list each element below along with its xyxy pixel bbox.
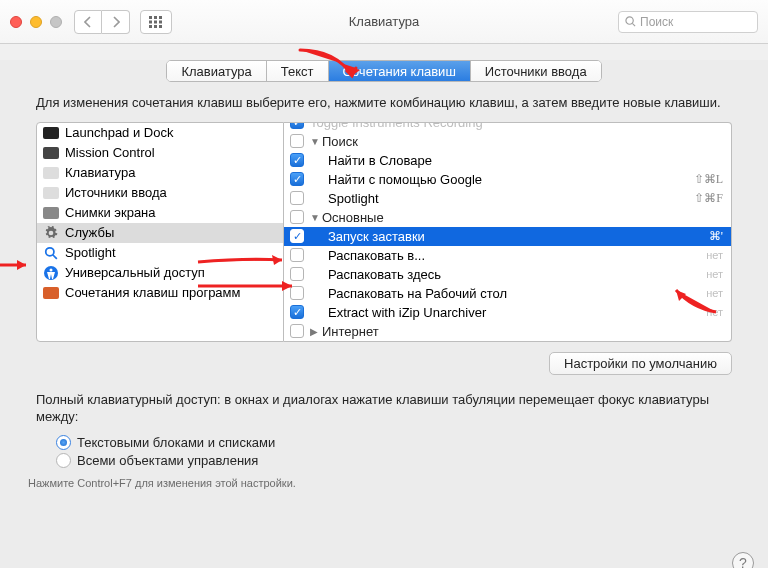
service-label: Найти с помощью Google	[310, 172, 482, 187]
show-all-prefs-button[interactable]	[140, 10, 172, 34]
category-gear[interactable]: Службы	[37, 223, 283, 243]
service-checkbox[interactable]	[290, 122, 304, 130]
category-label: Сочетания клавиш программ	[65, 285, 240, 300]
category-input[interactable]: Источники ввода	[37, 183, 283, 203]
service-checkbox[interactable]	[290, 267, 304, 281]
zoom-window-button	[50, 16, 62, 28]
service-checkbox[interactable]	[290, 172, 304, 186]
spotlight-icon	[43, 245, 59, 261]
category-app[interactable]: Сочетания клавиш программ	[37, 283, 283, 303]
service-checkbox[interactable]	[290, 324, 304, 338]
service-label: Extract with iZip Unarchiver	[310, 305, 486, 320]
service-label: Основные	[322, 210, 384, 225]
keyboard-icon	[43, 165, 59, 181]
service-label: Найти в Словаре	[310, 153, 432, 168]
tab-1[interactable]: Текст	[267, 61, 329, 81]
category-label: Снимки экрана	[65, 205, 156, 220]
shortcut-none[interactable]: нет	[706, 268, 723, 280]
tab-3[interactable]: Источники ввода	[471, 61, 601, 81]
help-button[interactable]: ?	[732, 552, 754, 568]
category-spotlight[interactable]: Spotlight	[37, 243, 283, 263]
service-item[interactable]: Запуск заставки⌘'	[284, 227, 731, 246]
category-list[interactable]: Launchpad и DockMission ControlКлавиатур…	[36, 122, 284, 342]
service-group[interactable]: ▶Интернет	[284, 322, 731, 341]
category-label: Mission Control	[65, 145, 155, 160]
radio-button[interactable]	[56, 453, 71, 468]
service-item[interactable]: Найти с помощью Google⇧⌘L	[284, 170, 731, 189]
category-mission[interactable]: Mission Control	[37, 143, 283, 163]
service-group[interactable]: ▼Поиск	[284, 132, 731, 151]
service-item[interactable]: Распаковать на Рабочий столнет	[284, 284, 731, 303]
svg-rect-4	[154, 20, 157, 23]
service-checkbox[interactable]	[290, 210, 304, 224]
service-label: Интернет	[322, 324, 379, 339]
disclosure-triangle-icon[interactable]: ▼	[310, 136, 320, 147]
mission-icon	[43, 145, 59, 161]
window-toolbar: Клавиатура Поиск	[0, 0, 768, 44]
full-keyboard-access-label: Полный клавиатурный доступ: в окнах и ди…	[0, 375, 768, 432]
service-checkbox[interactable]	[290, 191, 304, 205]
shortcut-none[interactable]: нет	[706, 306, 723, 318]
tab-2[interactable]: Сочетания клавиш	[329, 61, 471, 81]
search-field[interactable]: Поиск	[618, 11, 758, 33]
shortcut-label[interactable]: ⇧⌘F	[694, 191, 723, 206]
disclosure-triangle-icon[interactable]: ▶	[310, 326, 320, 337]
chevron-right-icon	[112, 16, 120, 28]
category-label: Launchpad и Dock	[65, 125, 173, 140]
service-item[interactable]: Extract with iZip Unarchiverнет	[284, 303, 731, 322]
svg-line-12	[53, 254, 57, 258]
svg-point-11	[46, 247, 54, 255]
tab-0[interactable]: Клавиатура	[167, 61, 266, 81]
screenshot-icon	[43, 205, 59, 221]
traffic-lights	[10, 16, 62, 28]
radio-option-1[interactable]: Всеми объектами управления	[56, 453, 712, 468]
service-label: Toggle Instruments Recording	[310, 122, 483, 130]
svg-rect-6	[149, 25, 152, 28]
service-group[interactable]: ▼Основные	[284, 208, 731, 227]
launchpad-icon	[43, 125, 59, 141]
radio-label: Всеми объектами управления	[77, 453, 258, 468]
close-window-button[interactable]	[10, 16, 22, 28]
tab-bar: КлавиатураТекстСочетания клавишИсточники…	[0, 60, 768, 82]
shortcut-none[interactable]: нет	[706, 287, 723, 299]
service-item[interactable]: Распаковать здесьнет	[284, 265, 731, 284]
service-checkbox[interactable]	[290, 229, 304, 243]
category-screenshot[interactable]: Снимки экрана	[37, 203, 283, 223]
service-label: Запуск заставки	[310, 229, 425, 244]
service-checkbox[interactable]	[290, 286, 304, 300]
service-item[interactable]: Spotlight⇧⌘F	[284, 189, 731, 208]
service-item[interactable]: Найти в Словаре	[284, 151, 731, 170]
service-item[interactable]: Распаковать в...нет	[284, 246, 731, 265]
forward-button[interactable]	[102, 10, 130, 34]
service-item[interactable]: Toggle Instruments Recording	[284, 122, 731, 132]
category-keyboard[interactable]: Клавиатура	[37, 163, 283, 183]
service-label: Распаковать в...	[310, 248, 425, 263]
radio-option-0[interactable]: Текстовыми блоками и списками	[56, 435, 712, 450]
service-checkbox[interactable]	[290, 305, 304, 319]
svg-line-10	[632, 23, 635, 26]
service-checkbox[interactable]	[290, 153, 304, 167]
category-label: Службы	[65, 225, 114, 240]
shortcut-none[interactable]: нет	[706, 249, 723, 261]
service-label: Распаковать на Рабочий стол	[310, 286, 507, 301]
disclosure-triangle-icon[interactable]: ▼	[310, 212, 320, 223]
grid-icon	[149, 16, 163, 28]
service-checkbox[interactable]	[290, 248, 304, 262]
svg-point-9	[626, 17, 633, 24]
restore-defaults-button[interactable]: Настройки по умолчанию	[549, 352, 732, 375]
service-label: Spotlight	[310, 191, 379, 206]
services-list[interactable]: Toggle Instruments Recording▼ПоискНайти …	[284, 122, 732, 342]
category-accessibility[interactable]: Универсальный доступ	[37, 263, 283, 283]
category-launchpad[interactable]: Launchpad и Dock	[37, 123, 283, 143]
svg-rect-0	[149, 16, 152, 19]
radio-button[interactable]	[56, 435, 71, 450]
input-icon	[43, 185, 59, 201]
shortcut-label[interactable]: ⇧⌘L	[694, 172, 723, 187]
service-checkbox[interactable]	[290, 134, 304, 148]
minimize-window-button[interactable]	[30, 16, 42, 28]
chevron-left-icon	[84, 16, 92, 28]
svg-rect-8	[159, 25, 162, 28]
app-icon	[43, 285, 59, 301]
shortcut-label[interactable]: ⌘'	[709, 229, 723, 244]
back-button[interactable]	[74, 10, 102, 34]
